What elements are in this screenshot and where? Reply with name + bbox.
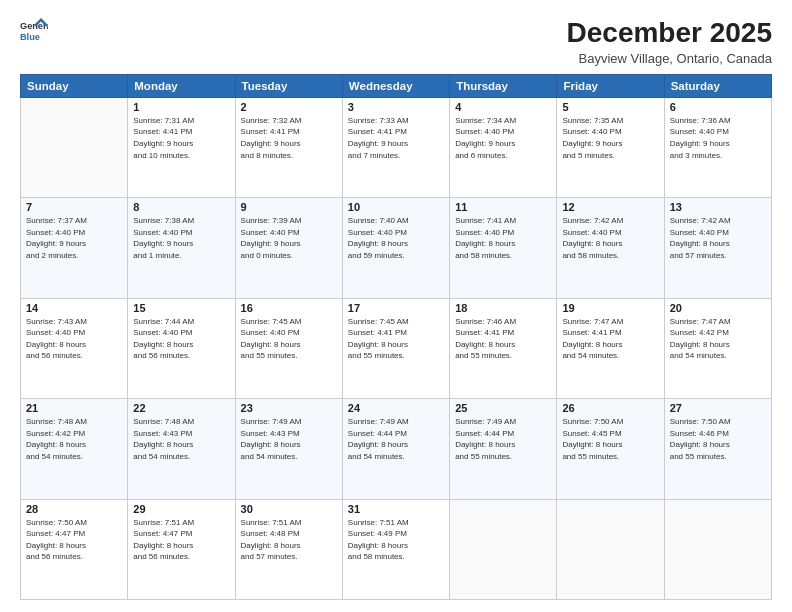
calendar-cell: 22Sunrise: 7:48 AM Sunset: 4:43 PM Dayli… bbox=[128, 399, 235, 499]
day-info: Sunrise: 7:43 AM Sunset: 4:40 PM Dayligh… bbox=[26, 316, 122, 362]
day-info: Sunrise: 7:45 AM Sunset: 4:40 PM Dayligh… bbox=[241, 316, 337, 362]
calendar-week-row: 7Sunrise: 7:37 AM Sunset: 4:40 PM Daylig… bbox=[21, 198, 772, 298]
day-info: Sunrise: 7:49 AM Sunset: 4:44 PM Dayligh… bbox=[455, 416, 551, 462]
day-info: Sunrise: 7:39 AM Sunset: 4:40 PM Dayligh… bbox=[241, 215, 337, 261]
calendar-cell: 12Sunrise: 7:42 AM Sunset: 4:40 PM Dayli… bbox=[557, 198, 664, 298]
day-number: 19 bbox=[562, 302, 658, 314]
day-info: Sunrise: 7:32 AM Sunset: 4:41 PM Dayligh… bbox=[241, 115, 337, 161]
calendar-week-row: 21Sunrise: 7:48 AM Sunset: 4:42 PM Dayli… bbox=[21, 399, 772, 499]
day-info: Sunrise: 7:50 AM Sunset: 4:45 PM Dayligh… bbox=[562, 416, 658, 462]
day-info: Sunrise: 7:50 AM Sunset: 4:46 PM Dayligh… bbox=[670, 416, 766, 462]
day-info: Sunrise: 7:42 AM Sunset: 4:40 PM Dayligh… bbox=[562, 215, 658, 261]
day-number: 23 bbox=[241, 402, 337, 414]
day-number: 3 bbox=[348, 101, 444, 113]
calendar-cell: 5Sunrise: 7:35 AM Sunset: 4:40 PM Daylig… bbox=[557, 97, 664, 197]
calendar-cell: 16Sunrise: 7:45 AM Sunset: 4:40 PM Dayli… bbox=[235, 298, 342, 398]
day-number: 2 bbox=[241, 101, 337, 113]
day-number: 15 bbox=[133, 302, 229, 314]
day-number: 14 bbox=[26, 302, 122, 314]
calendar-cell: 21Sunrise: 7:48 AM Sunset: 4:42 PM Dayli… bbox=[21, 399, 128, 499]
day-number: 1 bbox=[133, 101, 229, 113]
calendar-cell: 23Sunrise: 7:49 AM Sunset: 4:43 PM Dayli… bbox=[235, 399, 342, 499]
day-info: Sunrise: 7:48 AM Sunset: 4:42 PM Dayligh… bbox=[26, 416, 122, 462]
calendar-week-row: 1Sunrise: 7:31 AM Sunset: 4:41 PM Daylig… bbox=[21, 97, 772, 197]
calendar-cell bbox=[21, 97, 128, 197]
day-info: Sunrise: 7:35 AM Sunset: 4:40 PM Dayligh… bbox=[562, 115, 658, 161]
weekday-header-cell: Saturday bbox=[664, 74, 771, 97]
calendar-cell: 7Sunrise: 7:37 AM Sunset: 4:40 PM Daylig… bbox=[21, 198, 128, 298]
calendar-cell: 6Sunrise: 7:36 AM Sunset: 4:40 PM Daylig… bbox=[664, 97, 771, 197]
day-number: 9 bbox=[241, 201, 337, 213]
calendar-cell: 26Sunrise: 7:50 AM Sunset: 4:45 PM Dayli… bbox=[557, 399, 664, 499]
day-number: 18 bbox=[455, 302, 551, 314]
day-number: 5 bbox=[562, 101, 658, 113]
header: General Blue December 2025 Bayview Villa… bbox=[20, 18, 772, 66]
logo: General Blue bbox=[20, 18, 48, 46]
day-number: 29 bbox=[133, 503, 229, 515]
day-number: 4 bbox=[455, 101, 551, 113]
weekday-header-cell: Monday bbox=[128, 74, 235, 97]
svg-text:Blue: Blue bbox=[20, 32, 40, 42]
calendar-cell: 25Sunrise: 7:49 AM Sunset: 4:44 PM Dayli… bbox=[450, 399, 557, 499]
day-info: Sunrise: 7:38 AM Sunset: 4:40 PM Dayligh… bbox=[133, 215, 229, 261]
calendar-cell: 8Sunrise: 7:38 AM Sunset: 4:40 PM Daylig… bbox=[128, 198, 235, 298]
calendar-cell: 18Sunrise: 7:46 AM Sunset: 4:41 PM Dayli… bbox=[450, 298, 557, 398]
day-info: Sunrise: 7:41 AM Sunset: 4:40 PM Dayligh… bbox=[455, 215, 551, 261]
calendar-week-row: 28Sunrise: 7:50 AM Sunset: 4:47 PM Dayli… bbox=[21, 499, 772, 599]
day-number: 24 bbox=[348, 402, 444, 414]
day-info: Sunrise: 7:40 AM Sunset: 4:40 PM Dayligh… bbox=[348, 215, 444, 261]
day-number: 13 bbox=[670, 201, 766, 213]
day-number: 25 bbox=[455, 402, 551, 414]
calendar-cell: 31Sunrise: 7:51 AM Sunset: 4:49 PM Dayli… bbox=[342, 499, 449, 599]
calendar-cell: 20Sunrise: 7:47 AM Sunset: 4:42 PM Dayli… bbox=[664, 298, 771, 398]
day-info: Sunrise: 7:34 AM Sunset: 4:40 PM Dayligh… bbox=[455, 115, 551, 161]
calendar-cell: 14Sunrise: 7:43 AM Sunset: 4:40 PM Dayli… bbox=[21, 298, 128, 398]
day-info: Sunrise: 7:51 AM Sunset: 4:48 PM Dayligh… bbox=[241, 517, 337, 563]
day-info: Sunrise: 7:46 AM Sunset: 4:41 PM Dayligh… bbox=[455, 316, 551, 362]
title-block: December 2025 Bayview Village, Ontario, … bbox=[567, 18, 772, 66]
page: General Blue December 2025 Bayview Villa… bbox=[0, 0, 792, 612]
calendar-cell bbox=[557, 499, 664, 599]
day-info: Sunrise: 7:47 AM Sunset: 4:41 PM Dayligh… bbox=[562, 316, 658, 362]
day-info: Sunrise: 7:36 AM Sunset: 4:40 PM Dayligh… bbox=[670, 115, 766, 161]
day-number: 6 bbox=[670, 101, 766, 113]
calendar-cell: 10Sunrise: 7:40 AM Sunset: 4:40 PM Dayli… bbox=[342, 198, 449, 298]
day-info: Sunrise: 7:49 AM Sunset: 4:44 PM Dayligh… bbox=[348, 416, 444, 462]
weekday-header-cell: Friday bbox=[557, 74, 664, 97]
day-info: Sunrise: 7:51 AM Sunset: 4:47 PM Dayligh… bbox=[133, 517, 229, 563]
calendar-cell: 27Sunrise: 7:50 AM Sunset: 4:46 PM Dayli… bbox=[664, 399, 771, 499]
day-number: 10 bbox=[348, 201, 444, 213]
calendar-cell: 13Sunrise: 7:42 AM Sunset: 4:40 PM Dayli… bbox=[664, 198, 771, 298]
calendar-cell: 3Sunrise: 7:33 AM Sunset: 4:41 PM Daylig… bbox=[342, 97, 449, 197]
weekday-header-cell: Sunday bbox=[21, 74, 128, 97]
calendar-cell: 19Sunrise: 7:47 AM Sunset: 4:41 PM Dayli… bbox=[557, 298, 664, 398]
calendar-cell: 2Sunrise: 7:32 AM Sunset: 4:41 PM Daylig… bbox=[235, 97, 342, 197]
day-info: Sunrise: 7:42 AM Sunset: 4:40 PM Dayligh… bbox=[670, 215, 766, 261]
calendar-cell bbox=[664, 499, 771, 599]
day-number: 16 bbox=[241, 302, 337, 314]
day-info: Sunrise: 7:51 AM Sunset: 4:49 PM Dayligh… bbox=[348, 517, 444, 563]
location-title: Bayview Village, Ontario, Canada bbox=[567, 51, 772, 66]
calendar-body: 1Sunrise: 7:31 AM Sunset: 4:41 PM Daylig… bbox=[21, 97, 772, 599]
day-info: Sunrise: 7:33 AM Sunset: 4:41 PM Dayligh… bbox=[348, 115, 444, 161]
month-title: December 2025 bbox=[567, 18, 772, 49]
logo-icon: General Blue bbox=[20, 18, 48, 46]
day-info: Sunrise: 7:37 AM Sunset: 4:40 PM Dayligh… bbox=[26, 215, 122, 261]
day-info: Sunrise: 7:49 AM Sunset: 4:43 PM Dayligh… bbox=[241, 416, 337, 462]
day-number: 26 bbox=[562, 402, 658, 414]
weekday-header-row: SundayMondayTuesdayWednesdayThursdayFrid… bbox=[21, 74, 772, 97]
calendar-cell: 15Sunrise: 7:44 AM Sunset: 4:40 PM Dayli… bbox=[128, 298, 235, 398]
weekday-header-cell: Wednesday bbox=[342, 74, 449, 97]
calendar-cell: 11Sunrise: 7:41 AM Sunset: 4:40 PM Dayli… bbox=[450, 198, 557, 298]
day-info: Sunrise: 7:45 AM Sunset: 4:41 PM Dayligh… bbox=[348, 316, 444, 362]
calendar-cell: 28Sunrise: 7:50 AM Sunset: 4:47 PM Dayli… bbox=[21, 499, 128, 599]
day-number: 7 bbox=[26, 201, 122, 213]
day-number: 27 bbox=[670, 402, 766, 414]
weekday-header-cell: Tuesday bbox=[235, 74, 342, 97]
day-info: Sunrise: 7:48 AM Sunset: 4:43 PM Dayligh… bbox=[133, 416, 229, 462]
day-number: 28 bbox=[26, 503, 122, 515]
calendar-cell bbox=[450, 499, 557, 599]
calendar-cell: 24Sunrise: 7:49 AM Sunset: 4:44 PM Dayli… bbox=[342, 399, 449, 499]
day-number: 12 bbox=[562, 201, 658, 213]
day-number: 17 bbox=[348, 302, 444, 314]
